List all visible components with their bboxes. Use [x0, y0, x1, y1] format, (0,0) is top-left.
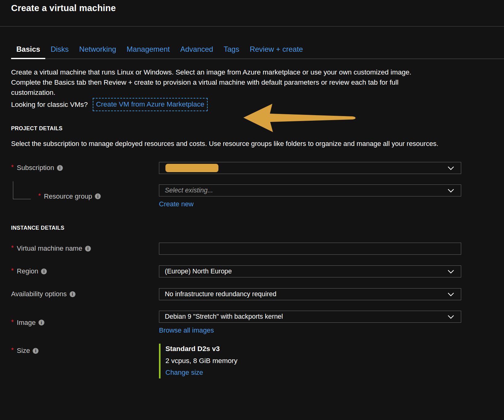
info-icon[interactable]: i — [39, 320, 44, 325]
size-name: Standard D2s v3 — [165, 345, 461, 353]
required-marker: * — [38, 192, 41, 200]
chevron-down-icon — [448, 315, 454, 319]
vm-name-field — [159, 243, 461, 255]
info-icon[interactable]: i — [95, 193, 101, 199]
required-marker: * — [11, 318, 14, 326]
browse-all-images-link[interactable]: Browse all images — [159, 326, 214, 334]
classic-vms-prompt: Looking for classic VMs? — [11, 99, 88, 110]
region-row: * Region i (Europe) North Europe — [11, 265, 504, 277]
vm-name-row: * Virtual machine name i — [11, 242, 504, 255]
resource-group-label-text: Resource group — [44, 192, 92, 200]
resource-group-dropdown[interactable]: Select existing... — [159, 184, 461, 196]
size-row: * Size i Standard D2s v3 2 vcpus, 8 GiB … — [11, 344, 504, 378]
availability-row: Availability options i No infrastructure… — [11, 288, 504, 300]
subscription-dropdown[interactable] — [159, 162, 461, 174]
required-marker: * — [11, 163, 14, 171]
info-icon[interactable]: i — [41, 269, 47, 274]
page-title: Create a virtual machine — [11, 3, 504, 13]
tab-networking[interactable]: Networking — [74, 42, 121, 59]
tab-disks[interactable]: Disks — [45, 42, 74, 59]
info-icon[interactable]: i — [85, 246, 91, 252]
instance-details-heading: INSTANCE DETAILS — [11, 225, 493, 231]
change-size-link[interactable]: Change size — [165, 369, 203, 377]
required-marker: * — [11, 244, 14, 252]
region-label-text: Region — [17, 267, 39, 275]
subscription-label-text: Subscription — [17, 164, 54, 172]
tab-tags[interactable]: Tags — [218, 42, 245, 59]
tab-management[interactable]: Management — [121, 42, 175, 59]
size-summary-block: Standard D2s v3 2 vcpus, 8 GiB memory Ch… — [159, 344, 461, 378]
size-specs: 2 vcpus, 8 GiB memory — [165, 357, 461, 365]
image-label: * Image i — [11, 319, 159, 327]
chevron-down-icon — [448, 166, 454, 170]
tab-review-create[interactable]: Review + create — [245, 42, 308, 59]
availability-label-text: Availability options — [11, 290, 67, 298]
vm-name-label: * Virtual machine name i — [11, 244, 159, 252]
classic-vms-line: Looking for classic VMs? Create VM from … — [11, 98, 443, 111]
required-marker: * — [11, 346, 14, 354]
size-label-text: Size — [17, 347, 30, 355]
info-icon[interactable]: i — [70, 291, 75, 297]
resource-group-row: * Resource group i Select existing... Cr… — [11, 184, 504, 208]
vm-name-label-text: Virtual machine name — [17, 244, 82, 252]
availability-label: Availability options i — [11, 290, 159, 298]
info-icon[interactable]: i — [33, 348, 39, 354]
chevron-down-icon — [448, 293, 454, 297]
image-label-text: Image — [17, 319, 36, 327]
chevron-down-icon — [448, 270, 454, 274]
info-icon[interactable]: i — [57, 165, 63, 171]
tab-strip: Basics Disks Networking Management Advan… — [11, 42, 504, 59]
basics-form: * Subscription i * Resource group i Sele… — [0, 162, 504, 378]
image-field-cell: Debian 9 "Stretch" with backports kernel… — [159, 311, 461, 334]
required-marker: * — [11, 267, 14, 275]
availability-value: No infrastructure redundancy required — [165, 290, 276, 298]
subscription-label: * Subscription i — [11, 164, 159, 172]
region-value: (Europe) North Europe — [165, 268, 232, 275]
image-row: * Image i Debian 9 "Stretch" with backpo… — [11, 311, 504, 334]
region-dropdown[interactable]: (Europe) North Europe — [159, 265, 461, 277]
tab-advanced[interactable]: Advanced — [175, 42, 218, 59]
page-header: Create a virtual machine — [0, 0, 504, 26]
resource-group-field-cell: Select existing... Create new — [159, 184, 461, 208]
intro-line-2: Complete the Basics tab then Review + cr… — [11, 77, 443, 98]
availability-dropdown[interactable]: No infrastructure redundancy required — [159, 288, 461, 300]
intro-line-1: Create a virtual machine that runs Linux… — [11, 67, 443, 77]
redaction-overlay — [165, 164, 218, 172]
vm-name-input[interactable] — [165, 243, 455, 254]
image-dropdown[interactable]: Debian 9 "Stretch" with backports kernel — [159, 311, 461, 323]
image-value: Debian 9 "Stretch" with backports kernel — [165, 313, 283, 321]
project-details-heading: PROJECT DETAILS — [11, 125, 493, 132]
subscription-row: * Subscription i — [11, 162, 504, 174]
tab-basics[interactable]: Basics — [11, 42, 45, 59]
chevron-down-icon — [448, 189, 454, 193]
create-vm-marketplace-link[interactable]: Create VM from Azure Marketplace — [93, 98, 208, 111]
project-details-description: Select the subscription to manage deploy… — [11, 139, 443, 149]
intro-text: Create a virtual machine that runs Linux… — [11, 67, 443, 111]
resource-group-label: * Resource group i — [11, 192, 159, 200]
create-new-link[interactable]: Create new — [159, 200, 194, 208]
region-label: * Region i — [11, 267, 159, 275]
tree-connector-line — [13, 181, 31, 199]
size-label: * Size i — [11, 344, 159, 355]
resource-group-placeholder: Select existing... — [165, 187, 213, 194]
